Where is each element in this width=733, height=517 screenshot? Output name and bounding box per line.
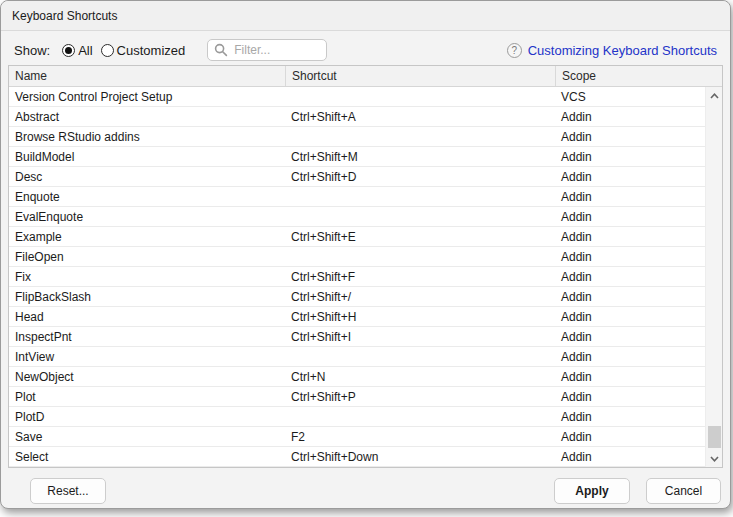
cell-shortcut: Ctrl+Shift+M (285, 150, 555, 164)
cell-name: EvalEnquote (9, 210, 285, 224)
cell-shortcut: Ctrl+Shift+/ (285, 290, 555, 304)
cell-scope: Addin (555, 150, 722, 164)
cell-name: Browse RStudio addins (9, 130, 285, 144)
search-icon (214, 43, 228, 57)
radio-all-label[interactable]: All (78, 43, 92, 58)
cell-scope: Addin (555, 330, 722, 344)
cell-shortcut: Ctrl+Shift+F (285, 270, 555, 284)
table-row[interactable]: Desc Ctrl+Shift+D Addin (9, 167, 722, 187)
cell-scope: Addin (555, 110, 722, 124)
cell-name: Enquote (9, 190, 285, 204)
shortcuts-table: Name Shortcut Scope Version Control Proj… (8, 65, 723, 468)
table-row[interactable]: Fix Ctrl+Shift+F Addin (9, 267, 722, 287)
table-header: Name Shortcut Scope (9, 66, 722, 87)
table-row[interactable]: FlipBackSlash Ctrl+Shift+/ Addin (9, 287, 722, 307)
cell-name: Desc (9, 170, 285, 184)
cell-name: Head (9, 310, 285, 324)
cell-scope: Addin (555, 410, 722, 424)
vertical-scrollbar[interactable] (705, 87, 722, 467)
column-header-name: Name (9, 66, 285, 86)
cell-scope: Addin (555, 310, 722, 324)
table-row[interactable]: FileOpen Addin (9, 247, 722, 267)
cell-name: Select (9, 450, 285, 464)
table-row[interactable]: NewObject Ctrl+N Addin (9, 367, 722, 387)
cell-shortcut: Ctrl+Shift+D (285, 170, 555, 184)
cell-name: InspectPnt (9, 330, 285, 344)
cell-scope: Addin (555, 390, 722, 404)
column-header-shortcut: Shortcut (285, 66, 555, 86)
cell-shortcut: F2 (285, 430, 555, 444)
table-row[interactable]: Browse RStudio addins Addin (9, 127, 722, 147)
scrollbar-thumb[interactable] (708, 426, 721, 448)
cell-scope: Addin (555, 450, 722, 464)
radio-customized-icon[interactable] (101, 44, 114, 57)
cell-name: Save (9, 430, 285, 444)
cell-scope: Addin (555, 130, 722, 144)
table-row[interactable]: Save F2 Addin (9, 427, 722, 447)
cell-scope: Addin (555, 170, 722, 184)
table-row[interactable]: Version Control Project Setup VCS (9, 87, 722, 107)
cell-name: NewObject (9, 370, 285, 384)
cell-scope: Addin (555, 190, 722, 204)
cell-shortcut: Ctrl+Shift+Down (285, 450, 555, 464)
cell-scope: Addin (555, 270, 722, 284)
cell-name: BuildModel (9, 150, 285, 164)
cell-shortcut: Ctrl+N (285, 370, 555, 384)
customizing-shortcuts-link[interactable]: Customizing Keyboard Shortcuts (528, 43, 717, 58)
scroll-down-icon[interactable] (706, 451, 722, 466)
dialog-title: Keyboard Shortcuts (12, 9, 117, 23)
cell-shortcut: Ctrl+Shift+H (285, 310, 555, 324)
apply-button[interactable]: Apply (554, 478, 630, 504)
cell-scope: Addin (555, 250, 722, 264)
cell-scope: Addin (555, 370, 722, 384)
cell-scope: Addin (555, 210, 722, 224)
table-row[interactable]: EvalEnquote Addin (9, 207, 722, 227)
keyboard-shortcuts-dialog: Keyboard Shortcuts Show: All Customized … (0, 0, 731, 509)
cell-shortcut: Ctrl+Shift+I (285, 330, 555, 344)
cell-name: Plot (9, 390, 285, 404)
cell-name: Version Control Project Setup (9, 90, 285, 104)
scroll-up-icon[interactable] (706, 88, 722, 103)
radio-all[interactable]: All (62, 43, 92, 58)
cell-name: FlipBackSlash (9, 290, 285, 304)
cell-scope: Addin (555, 350, 722, 364)
table-body: Version Control Project Setup VCS Abstra… (9, 87, 722, 467)
reset-button[interactable]: Reset... (30, 478, 106, 504)
cell-scope: Addin (555, 290, 722, 304)
table-row[interactable]: Select Ctrl+Shift+Down Addin (9, 447, 722, 467)
column-header-scope: Scope (555, 66, 722, 86)
cell-name: Fix (9, 270, 285, 284)
table-row[interactable]: IntView Addin (9, 347, 722, 367)
table-row[interactable]: Example Ctrl+Shift+E Addin (9, 227, 722, 247)
cell-shortcut: Ctrl+Shift+P (285, 390, 555, 404)
table-row[interactable]: Plot Ctrl+Shift+P Addin (9, 387, 722, 407)
cell-name: IntView (9, 350, 285, 364)
toolbar: Show: All Customized ? Customizing Keybo… (1, 37, 730, 63)
table-row[interactable]: BuildModel Ctrl+Shift+M Addin (9, 147, 722, 167)
table-row[interactable]: PlotD Addin (9, 407, 722, 427)
show-label: Show: (14, 43, 50, 58)
radio-customized[interactable]: Customized (101, 43, 186, 58)
radio-customized-label[interactable]: Customized (117, 43, 186, 58)
cell-scope: Addin (555, 230, 722, 244)
dialog-titlebar: Keyboard Shortcuts (1, 1, 730, 31)
cell-name: Example (9, 230, 285, 244)
cell-name: PlotD (9, 410, 285, 424)
cell-scope: Addin (555, 430, 722, 444)
table-row[interactable]: Enquote Addin (9, 187, 722, 207)
cell-scope: VCS (555, 90, 722, 104)
cell-shortcut: Ctrl+Shift+E (285, 230, 555, 244)
cancel-button[interactable]: Cancel (646, 478, 721, 504)
cell-name: FileOpen (9, 250, 285, 264)
cell-shortcut: Ctrl+Shift+A (285, 110, 555, 124)
help-icon[interactable]: ? (507, 43, 522, 58)
table-row[interactable]: Abstract Ctrl+Shift+A Addin (9, 107, 722, 127)
filter-wrap (207, 39, 327, 61)
cell-name: Abstract (9, 110, 285, 124)
table-row[interactable]: InspectPnt Ctrl+Shift+I Addin (9, 327, 722, 347)
radio-all-icon[interactable] (62, 44, 75, 57)
table-row[interactable]: Head Ctrl+Shift+H Addin (9, 307, 722, 327)
